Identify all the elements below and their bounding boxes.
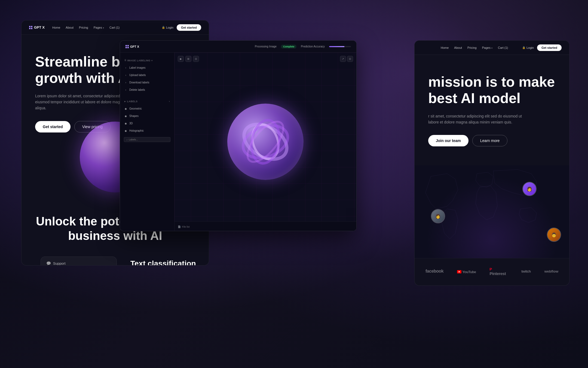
nav-pricing-right[interactable]: Pricing [467, 46, 477, 49]
chat-header: 💬 Support [41, 257, 117, 266]
3d-text: 3D [129, 122, 133, 125]
progress-bar [329, 46, 351, 47]
lock-icon-right: 🔒 [522, 46, 525, 49]
nav-links-left: Home About Pricing Pages ▾ Cart (1) [52, 26, 154, 29]
classification-section: Text classification Lorem ipsum dolor si… [130, 257, 198, 266]
geometric-text: Geometric [129, 107, 142, 110]
app-logo-text: GPT X [130, 45, 139, 48]
partner-youtube: YouTube [457, 269, 476, 274]
learn-more-btn[interactable]: Learn more [472, 135, 508, 146]
chat-header-label: Support [53, 261, 66, 266]
classification-title: Text classification [130, 259, 198, 266]
canvas-orb [227, 104, 304, 180]
chat-icon: 💬 [46, 261, 51, 266]
nav-pricing-left[interactable]: Pricing [79, 26, 88, 29]
sidebar-item-geometric[interactable]: ◉ Geometric [120, 105, 174, 112]
status-badge: Complete [281, 45, 296, 49]
resize-btn-1[interactable]: ↗ [340, 56, 346, 62]
upload-text: Upload labels [129, 74, 146, 77]
nav-pages-left[interactable]: Pages ▾ [94, 26, 104, 29]
mission-title-part1: mission is to make [428, 74, 555, 90]
nav-about-left[interactable]: About [66, 26, 74, 29]
canvas-controls: ▶ ⊞ ⊡ [178, 56, 199, 62]
sidebar-section-arrow-1: ▾ [151, 59, 153, 62]
sidebar-item-upload[interactable]: › Upload labels [120, 71, 174, 79]
canvas: ▶ ⊞ ⊡ ↗ ⊡ [174, 53, 356, 231]
app-layout: ⠿ Image labeling ▾ › Label images › Uplo… [120, 53, 356, 231]
sidebar-section-title-1: Image labeling [127, 59, 151, 62]
labels-search[interactable]: ⌕ [124, 137, 170, 142]
nav-pages-right[interactable]: Pages ▾ [482, 46, 492, 49]
grid-btn[interactable]: ⊞ [185, 56, 191, 62]
label-images-text: Label images [129, 66, 145, 69]
label-images-icon: › [124, 67, 127, 69]
avatar-photo-3: 👨 [547, 228, 561, 241]
status-bar: Processing Image Complete Prediction Acc… [255, 45, 351, 49]
how-section: How it works Lorem ipsum dolor sit amet,… [415, 284, 569, 286]
team-avatar-1: 👩 [522, 182, 537, 196]
get-started-button-left[interactable]: Get started [177, 24, 201, 31]
shapes-text: Shapes [129, 114, 139, 117]
pages-dropdown-icon: ▾ [103, 27, 104, 29]
logo-icon [29, 26, 32, 29]
nav-cart-left[interactable]: Cart (1) [109, 26, 120, 29]
upload-icon: › [124, 74, 127, 77]
sidebar-item-shapes[interactable]: ◉ Shapes [120, 112, 174, 120]
sidebar-item-label-images[interactable]: › Label images [120, 64, 174, 71]
holographic-icon: ◉ [124, 129, 127, 132]
nav-cart-right[interactable]: Cart (1) [498, 46, 508, 49]
sidebar-item-download[interactable]: › Download labels [120, 79, 174, 86]
hero-get-started-btn[interactable]: Get started [35, 121, 71, 132]
download-icon: › [124, 81, 127, 84]
mission-buttons: Join our team Learn more [428, 135, 556, 146]
team-avatar-2: 👩 [431, 209, 445, 223]
partners-section: facebook YouTube 𝗣 Pinterest twitch webf… [415, 258, 569, 284]
partner-webflow: webflow [544, 269, 558, 273]
logo-left: GPT X [29, 25, 45, 29]
map-section: 👩 👩 👨 [415, 165, 569, 258]
progress-container [329, 46, 351, 47]
world-map [415, 165, 569, 247]
sidebar-item-delete[interactable]: › Delete labels [120, 86, 174, 93]
avatar-photo-2: 👩 [431, 210, 445, 223]
team-avatar-3: 👨 [547, 228, 561, 242]
app-sidebar: ⠿ Image labeling ▾ › Label images › Uplo… [120, 53, 174, 231]
sidebar-section-label-1: ⠿ [124, 59, 127, 62]
file-list-label: File list [182, 225, 189, 228]
partner-pinterest: 𝗣 Pinterest [489, 267, 508, 276]
search-icon: ⌕ [126, 138, 128, 141]
file-list-bar: 📄 File list [174, 221, 356, 231]
hero-description: Lorem ipsum dolor sit amet, consectetur … [35, 93, 128, 111]
geometric-icon: ◉ [124, 107, 127, 110]
join-team-btn[interactable]: Join our team [428, 135, 468, 146]
download-text: Download labels [129, 81, 149, 84]
labels-section-expand[interactable]: › [169, 100, 170, 103]
holographic-text: Holographic [129, 129, 144, 132]
labels-section-icon: ▸ [124, 100, 126, 103]
window-center: GPT X Processing Image Complete Predicti… [120, 40, 357, 231]
progress-fill [329, 46, 344, 47]
pinterest-text: Pinterest [489, 271, 506, 276]
mission-title-part2: best AI model [428, 90, 520, 106]
mission-section: mission is to make best AI model r sit a… [415, 55, 569, 165]
navbar-right: Home About Pricing Pages ▾ Cart (1) 🔒 Lo… [415, 41, 569, 55]
youtube-play-icon [457, 270, 461, 273]
svg-point-4 [241, 116, 290, 167]
login-button-right[interactable]: 🔒 Login [522, 46, 534, 49]
sidebar-item-3d[interactable]: ◉ 3D [120, 120, 174, 127]
logo-text: GPT X [34, 25, 45, 29]
labels-search-input[interactable] [129, 138, 145, 141]
get-started-button-right[interactable]: Get started [537, 44, 562, 51]
canvas-top-right-controls: ↗ ⊡ [340, 56, 353, 62]
nav-about-right[interactable]: About [454, 46, 462, 49]
sidebar-item-holographic[interactable]: ◉ Holographic [120, 127, 174, 134]
resize-btn-2[interactable]: ⊡ [347, 56, 353, 62]
nav-home-right[interactable]: Home [441, 46, 449, 49]
login-button-left[interactable]: 🔒 Login [162, 26, 173, 29]
lock-icon-left: 🔒 [162, 26, 165, 29]
nav-home-left[interactable]: Home [52, 26, 60, 29]
play-btn[interactable]: ▶ [178, 56, 184, 62]
labels-section-title: Labels [127, 100, 138, 103]
chat-card: 💬 Support A Hi, I recently purchased som… [41, 257, 117, 266]
fit-btn[interactable]: ⊡ [193, 56, 199, 62]
